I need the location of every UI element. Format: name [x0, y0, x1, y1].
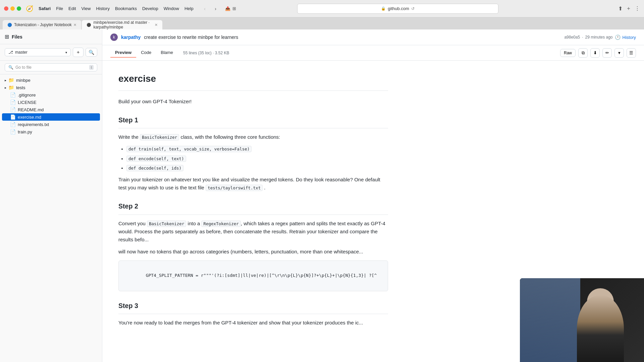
file-license[interactable]: 📄 LICENSE — [0, 99, 102, 106]
menu-edit[interactable]: Edit — [68, 6, 76, 11]
chevron-down-icon: ▾ — [65, 51, 67, 54]
menu-develop[interactable]: Develop — [142, 6, 158, 11]
menu-file[interactable]: File — [56, 6, 63, 11]
sidebar-search: 🔍 Go to file t — [0, 61, 102, 74]
new-file-button[interactable]: ＋ — [73, 48, 84, 57]
tab-code[interactable]: Code — [136, 48, 156, 58]
doc-intro: Build your own GPT-4 Tokenizer! — [118, 98, 388, 106]
tab-jupyter-close[interactable]: ✕ — [73, 23, 76, 27]
commit-message: create exercise to rewrite minbpe for le… — [144, 35, 561, 40]
step1-class-code: BasicTokenizer — [140, 134, 179, 140]
screen-background — [520, 278, 580, 362]
history-button[interactable]: History — [623, 35, 636, 40]
share-button[interactable]: ⬆ — [618, 5, 623, 12]
sidebar-toggle[interactable]: ⋮ — [635, 5, 640, 12]
file-exercise[interactable]: 📄 exercise.md — [2, 113, 100, 121]
tab-github[interactable]: ⚫ minbpe/exercise.md at master · karpath… — [82, 20, 162, 29]
folder-minbpe[interactable]: ▸ 📁 minbpe — [0, 76, 102, 84]
list-item: def decode(self, ids) — [126, 164, 388, 172]
edit-button[interactable]: ✏ — [602, 48, 612, 58]
file-exercise-label: exercise.md — [18, 115, 41, 120]
menu-window[interactable]: Window — [164, 6, 179, 11]
video-overlay — [520, 278, 644, 362]
toolbar-right: ⬆ ＋ ⋮ — [618, 5, 640, 12]
step3-heading: Step 3 — [118, 301, 388, 314]
commit-hash: a98e0a5 — [564, 35, 580, 40]
reload-icon[interactable]: ↺ — [411, 6, 415, 11]
menu-help[interactable]: Help — [184, 6, 194, 11]
step2-desc4: will now have no tokens that go across c… — [118, 248, 388, 256]
list-button[interactable]: ☰ — [627, 48, 636, 58]
address-text: github.com — [388, 6, 409, 11]
titlebar: 🧭 Safari File Edit View History Bookmark… — [0, 0, 644, 17]
download-button[interactable]: ⬇ — [590, 48, 600, 58]
commit-meta: a98e0a5 · 29 minutes ago 🕐 History — [564, 35, 636, 40]
menu-safari[interactable]: Safari — [39, 6, 51, 11]
menu-bookmarks[interactable]: Bookmarks — [115, 6, 137, 11]
step1-para: Train your tokenizer on whatever text yo… — [118, 176, 388, 192]
menu-view[interactable]: View — [82, 6, 91, 11]
sidebar-toggle-icon[interactable]: ⊞ — [5, 34, 9, 40]
tab-jupyter[interactable]: 🔵 Tokenization - Jupyter Notebook ✕ — [3, 20, 81, 29]
file-readme-label: README.md — [18, 107, 44, 112]
chevron-right-icon-2: ▸ — [5, 86, 6, 89]
func3-code: def decode(self, ids) — [126, 165, 183, 171]
tab-jupyter-label: Tokenization - Jupyter Notebook — [14, 22, 71, 27]
func1-code: def train(self, text, vocab_size, verbos… — [126, 146, 252, 152]
file-toolbar: Preview Code Blame 55 lines (35 loc) · 3… — [102, 45, 644, 61]
tab-blame[interactable]: Blame — [156, 48, 178, 58]
file-icon-2: 📄 — [10, 100, 16, 105]
fullscreen-button[interactable] — [17, 6, 21, 11]
branch-button[interactable]: ⎇ master ▾ — [5, 48, 71, 56]
branch-name: master — [15, 50, 28, 55]
video-inner — [520, 278, 644, 362]
person-silhouette — [577, 295, 624, 362]
doc-title: exercise — [118, 71, 388, 91]
search-icon: 🔍 — [8, 65, 13, 70]
menu-history[interactable]: History — [96, 6, 109, 11]
back-button[interactable]: ‹ — [200, 4, 210, 13]
address-bar[interactable]: 🔒 github.com ↺ — [297, 4, 498, 14]
step2-description: Convert you BasicTokenizer into a RegexT… — [118, 220, 388, 244]
file-train[interactable]: 📄 train.py — [0, 128, 102, 135]
new-tab-button[interactable]: ＋ — [626, 5, 631, 12]
folder-tests[interactable]: ▸ 📁 tests — [0, 84, 102, 91]
more-button[interactable]: ▾ — [614, 48, 624, 58]
branch-icon: ⎇ — [8, 50, 13, 55]
step1-file-code: tests/taylorswift.txt — [206, 185, 263, 191]
file-header: k karpathy create exercise to rewrite mi… — [102, 29, 644, 45]
traffic-lights — [4, 6, 21, 11]
file-gitignore[interactable]: 📄 .gitignore — [0, 91, 102, 99]
avatar: k — [110, 34, 118, 41]
search-box[interactable]: 🔍 Go to file t — [5, 63, 97, 71]
menu-bar: Safari File Edit View History Bookmarks … — [39, 6, 194, 11]
tab-preview[interactable]: Preview — [110, 48, 136, 58]
tab-github-close[interactable]: ✕ — [155, 23, 158, 27]
step3-description: You're now ready to load the merges from… — [118, 319, 388, 327]
forward-button[interactable]: › — [211, 4, 220, 13]
search-placeholder: Go to file — [15, 65, 87, 70]
file-icon-6: 📄 — [10, 129, 16, 134]
raw-button[interactable]: Raw — [560, 49, 576, 57]
commit-separator: · — [582, 35, 583, 40]
code-block-pattern: GPT4_SPLIT_PATTERN = r"""'(?i:[sdmt]|ll|… — [118, 260, 388, 291]
step1-functions: def train(self, text, vocab_size, verbos… — [126, 145, 388, 172]
history-icon: 🕐 — [615, 35, 621, 40]
copy-button[interactable]: ⧉ — [578, 48, 588, 58]
file-toolbar-right: Raw ⧉ ⬇ ✏ ▾ ☰ — [560, 48, 636, 58]
file-icon-4: 📄 — [10, 114, 16, 120]
search-button[interactable]: 🔍 — [86, 48, 97, 57]
tab-github-label: minbpe/exercise.md at master · karpathy/… — [93, 20, 153, 29]
func2-code: def encode(self, text) — [126, 156, 186, 162]
step2-class2: RegexTokenizer — [201, 221, 240, 227]
commit-user[interactable]: karpathy — [121, 35, 141, 40]
search-shortcut: t — [89, 65, 94, 70]
sidebar-title: Files — [12, 34, 22, 40]
step1-heading: Step 1 — [118, 115, 388, 128]
file-requirements[interactable]: 📄 requirements.txt — [0, 121, 102, 128]
close-button[interactable] — [4, 6, 8, 11]
tabbar: 🔵 Tokenization - Jupyter Notebook ✕ ⚫ mi… — [0, 17, 644, 29]
minimize-button[interactable] — [10, 6, 15, 11]
folder-tests-label: tests — [16, 85, 25, 90]
file-readme[interactable]: 📄 README.md — [0, 106, 102, 113]
